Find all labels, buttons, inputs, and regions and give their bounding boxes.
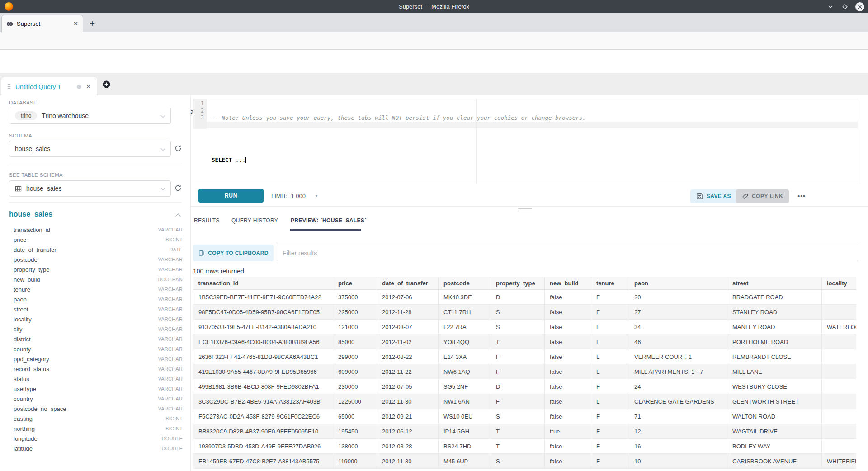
limit-value: 1 000 <box>291 193 306 199</box>
results-column-header[interactable]: locality <box>822 277 857 290</box>
cell-locality <box>822 424 857 439</box>
filter-results-input[interactable] <box>277 245 858 261</box>
column-type: VARCHAR <box>158 336 183 342</box>
cell-transaction-id: ECE1D376-C9A6-4C00-B004-A380B189FA56 <box>193 334 333 349</box>
pane-splitter-handle[interactable] <box>518 208 532 212</box>
results-column-header[interactable]: new_build <box>545 277 591 290</box>
save-icon <box>696 193 703 200</box>
cell-street: STANLEY ROAD <box>727 305 822 320</box>
cell-locality <box>822 290 857 305</box>
cell-street: CARISBROOK AVENUE <box>727 454 822 469</box>
table-row: 419E1030-9A55-4467-8DA9-9FED95D65966 609… <box>193 364 857 379</box>
cell-tenure: F <box>591 424 629 439</box>
cell-price: 1225000 <box>333 394 377 409</box>
window-close-button[interactable] <box>855 2 864 11</box>
cell-transaction-id: 2636F323-FF41-4765-81DB-98CAA6A43BC1 <box>193 349 333 364</box>
results-column-header[interactable]: postcode <box>439 277 491 290</box>
copy-link-button[interactable]: COPY LINK <box>736 189 789 203</box>
limit-dropdown[interactable]: LIMIT: 1 000 ▾ <box>271 189 317 203</box>
query-tab-active[interactable]: Untitled Query 1 ✕ <box>1 77 97 96</box>
divider <box>9 163 182 163</box>
cell-transaction-id: EB1459EB-67ED-47C8-B2E7-A38143AB5575 <box>193 454 333 469</box>
table-row: BB8320C9-D82B-4B37-90E0-9FEE05095E10 195… <box>193 424 857 439</box>
tab-results[interactable]: RESULTS <box>194 217 220 224</box>
refresh-tables-icon[interactable] <box>175 184 183 193</box>
window-titlebar: Superset — Mozilla Firefox <box>0 0 868 13</box>
line-number: 1 <box>193 100 207 108</box>
query-tab-close-icon[interactable]: ✕ <box>86 83 91 90</box>
cell-new-build: false <box>545 409 591 424</box>
browser-tab-close-icon[interactable]: ✕ <box>73 20 78 27</box>
cell-new-build: false <box>545 379 591 394</box>
sql-statement-line: SELECT ... <box>212 156 586 164</box>
chevron-down-icon <box>161 146 165 151</box>
column-type: DOUBLE <box>162 446 183 451</box>
cell-paon: 27 <box>629 305 727 320</box>
cell-tenure: F <box>591 409 629 424</box>
refresh-schemas-icon[interactable] <box>175 145 183 153</box>
table-column-row: ppd_category VARCHAR <box>0 354 191 364</box>
new-browser-tab-button[interactable]: + <box>85 17 99 30</box>
cell-transaction-id: F5C273AC-0D2A-458F-8279-9C61F0C22EC6 <box>193 409 333 424</box>
column-type: DATE <box>170 247 183 252</box>
cell-tenure: F <box>591 290 629 305</box>
sql-editor[interactable]: 123 -- Note: Unless you save your query,… <box>193 99 858 184</box>
results-column-header[interactable]: property_type <box>491 277 545 290</box>
window-minimize-button[interactable] <box>826 3 835 11</box>
results-column-header[interactable]: transaction_id <box>193 277 333 290</box>
table-column-row: country VARCHAR <box>0 394 191 404</box>
browser-tab[interactable]: Superset ✕ <box>1 15 83 32</box>
column-name: record_status <box>14 366 158 372</box>
results-column-header[interactable]: price <box>333 277 377 290</box>
cell-price: 195450 <box>333 424 377 439</box>
unsaved-state-dot <box>77 85 81 89</box>
save-as-button[interactable]: SAVE AS <box>690 189 737 203</box>
column-type: VARCHAR <box>158 267 183 272</box>
window-maximize-button[interactable] <box>841 3 849 11</box>
cell-new-build: true <box>545 424 591 439</box>
cell-transaction-id: 499B1981-3B6B-4BCD-808F-9FED9802BFA1 <box>193 379 333 394</box>
column-type: VARCHAR <box>158 346 183 352</box>
run-button[interactable]: RUN <box>198 189 264 203</box>
more-options-button[interactable]: ••• <box>797 189 806 203</box>
copy-to-clipboard-button[interactable]: COPY TO CLIPBOARD <box>193 245 274 261</box>
table-column-row: status VARCHAR <box>0 374 191 384</box>
database-select[interactable]: trino Trino warehouse <box>9 108 171 124</box>
table-select[interactable]: house_sales <box>9 180 171 197</box>
tab-preview-house-sales[interactable]: PREVIEW: `HOUSE_SALES` <box>291 217 367 224</box>
cell-paon: 34 <box>629 320 727 334</box>
cell-property-type: F <box>491 394 545 409</box>
cell-price: 375000 <box>333 290 377 305</box>
tab-query-history[interactable]: QUERY HISTORY <box>231 217 278 224</box>
cell-locality <box>822 334 857 349</box>
cell-date-of-transfer: 2012-11-28 <box>377 305 439 320</box>
table-row: 193907D3-5DBD-453D-A49E-9FEE27DAB926 138… <box>193 439 857 454</box>
cell-property-type: T <box>491 424 545 439</box>
cell-locality <box>822 439 857 454</box>
table-column-row: usertype VARCHAR <box>0 384 191 394</box>
column-type: VARCHAR <box>158 297 183 302</box>
cell-date-of-transfer: 2012-06-12 <box>377 424 439 439</box>
drag-handle-icon[interactable] <box>7 84 11 89</box>
cell-property-type: T <box>491 439 545 454</box>
sql-lab-sidebar: DATABASE trino Trino warehouse SCHEMA ho… <box>0 95 191 471</box>
new-query-tab-button[interactable] <box>103 80 110 90</box>
results-column-header[interactable]: street <box>727 277 822 290</box>
cell-tenure: F <box>591 454 629 469</box>
results-column-header[interactable]: paon <box>629 277 727 290</box>
cell-street: REMBRANDT CLOSE <box>727 349 822 364</box>
editor-code[interactable]: -- Note: Unless you save your query, the… <box>212 100 586 178</box>
results-body: 1B5C39ED-BE7F-41EF-9E71-9C60EED74A22 375… <box>193 290 857 469</box>
table-column-row: locality VARCHAR <box>0 314 191 324</box>
cell-tenure: L <box>591 364 629 379</box>
collapse-chevron-up-icon[interactable] <box>175 213 180 218</box>
results-column-header[interactable]: tenure <box>591 277 629 290</box>
results-column-header[interactable]: date_of_transfer <box>377 277 439 290</box>
active-tab-underline <box>290 229 361 231</box>
column-name: northing <box>14 425 165 432</box>
schema-select[interactable]: house_sales <box>9 141 171 157</box>
column-name: usertype <box>14 386 158 392</box>
rows-returned-status: 100 rows returned <box>193 268 244 275</box>
column-type: BIGINT <box>165 426 183 431</box>
column-name: new_build <box>14 276 158 283</box>
